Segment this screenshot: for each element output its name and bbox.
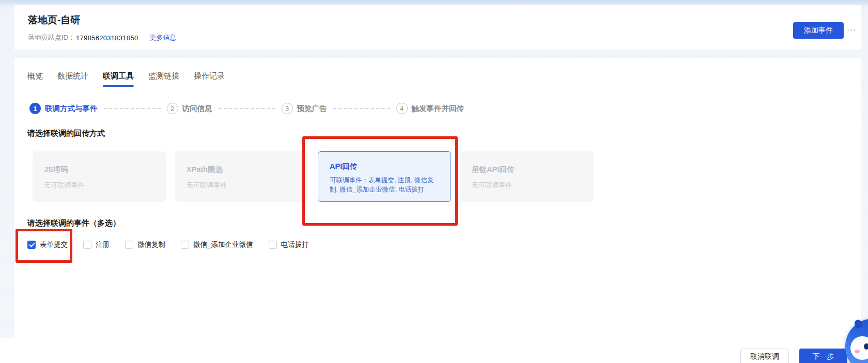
step-4-label: 触发事件并回传 [412, 104, 464, 114]
method-card-desc: 无可联调事件 [472, 181, 582, 190]
checkbox-label: 电话拨打 [281, 240, 309, 249]
tab-data-statistics[interactable]: 数据统计 [57, 58, 88, 87]
method-card-api-callback[interactable]: API回传 可联调事件：表单提交, 注册, 微信复制, 微信_添加企业微信, 电… [318, 151, 451, 202]
step-3-circle: 3 [282, 103, 293, 114]
checkbox-unchecked-icon[interactable] [269, 241, 277, 249]
landing-page-debug-screen: 落地页-自研 落地页站点ID： 1798562031831050 更多信息 添加… [0, 0, 868, 363]
mascot-cheek [855, 350, 860, 353]
checkbox-wechat-copy[interactable]: 微信复制 [125, 240, 165, 249]
more-actions-icon[interactable]: ··· [845, 26, 858, 36]
tab-debug-tool[interactable]: 联调工具 [103, 58, 134, 87]
method-section-title: 请选择联调的回传方式 [27, 129, 105, 138]
site-id-row: 落地页站点ID： 1798562031831050 更多信息 [28, 33, 176, 42]
checkbox-label: 微信复制 [137, 240, 165, 249]
tab-bar: 概览 数据统计 联调工具 监测链接 操作记录 [14, 58, 861, 87]
method-card-title: 星链API回传 [472, 165, 582, 175]
method-card-desc: 无可联调事件 [44, 181, 154, 190]
event-section-title: 请选择联调的事件（多选） [27, 218, 120, 228]
checkbox-register[interactable]: 注册 [83, 240, 110, 249]
step-connector [333, 108, 390, 109]
checkbox-label: 微信_添加企业微信 [193, 240, 253, 249]
method-card-title: JS埋码 [44, 165, 154, 175]
checkbox-form-submit[interactable]: 表单提交 [27, 240, 68, 249]
step-1-circle: 1 [29, 103, 41, 114]
tab-operation-log[interactable]: 操作记录 [194, 58, 225, 87]
checkbox-label: 表单提交 [40, 240, 68, 249]
method-card-title: API回传 [330, 162, 439, 171]
site-id-value: 1798562031831050 [76, 34, 138, 42]
checkbox-label: 注册 [96, 240, 110, 249]
method-cards-row: JS埋码 无可联调事件 XPath圈选 无可联调事件 API回传 可联调事件：表… [33, 151, 594, 202]
method-card-js-embed: JS埋码 无可联调事件 [33, 151, 166, 202]
checkbox-unchecked-icon[interactable] [181, 241, 189, 249]
cancel-debug-button[interactable]: 取消联调 [740, 349, 789, 363]
mascot-eye [864, 343, 868, 350]
method-card-desc: 可联调事件：表单提交, 注册, 微信复制, 微信_添加企业微信, 电话拨打 [330, 176, 439, 194]
mascot-face [850, 336, 868, 360]
stepper: 1 联调方式与事件 2 访问信息 3 预览广告 4 触发事件并回传 [29, 103, 464, 114]
tab-monitor-links[interactable]: 监测链接 [148, 58, 179, 87]
step-2-circle: 2 [167, 103, 178, 114]
next-step-button[interactable]: 下一步 [799, 349, 847, 363]
step-4-circle: 4 [396, 103, 408, 114]
step-1-label: 联调方式与事件 [45, 104, 98, 114]
page-title: 落地页-自研 [28, 13, 80, 27]
site-id-label: 落地页站点ID： [28, 33, 75, 42]
checkbox-unchecked-icon[interactable] [83, 241, 91, 249]
step-2-label: 访问信息 [182, 104, 212, 114]
step-connector [104, 108, 161, 109]
event-checkbox-row: 表单提交 注册 微信复制 微信_添加企业微信 电话拨打 [27, 240, 309, 249]
checkbox-unchecked-icon[interactable] [125, 241, 133, 249]
main-panel: 概览 数据统计 联调工具 监测链接 操作记录 1 联调方式与事件 2 访问信息 … [14, 58, 861, 363]
mascot-horn [854, 319, 863, 329]
method-card-xpath: XPath圈选 无可联调事件 [175, 151, 308, 202]
add-event-button[interactable]: 添加事件 [793, 22, 844, 39]
checkbox-wechat-add-enterprise[interactable]: 微信_添加企业微信 [181, 240, 253, 249]
step-connector [219, 108, 275, 109]
page-header: 落地页-自研 落地页站点ID： 1798562031831050 更多信息 添加… [14, 5, 861, 50]
method-card-desc: 无可联调事件 [187, 181, 297, 190]
method-card-starlink-api: 星链API回传 无可联调事件 [460, 151, 594, 202]
method-card-title: XPath圈选 [187, 165, 297, 175]
tab-overview[interactable]: 概览 [27, 58, 43, 87]
checkbox-phone-call[interactable]: 电话拨打 [269, 240, 309, 249]
checkbox-checked-icon[interactable] [27, 241, 36, 249]
step-3-label: 预览广告 [297, 104, 327, 114]
more-info-link[interactable]: 更多信息 [149, 33, 176, 42]
footer-bar: 取消联调 下一步 [0, 338, 861, 363]
